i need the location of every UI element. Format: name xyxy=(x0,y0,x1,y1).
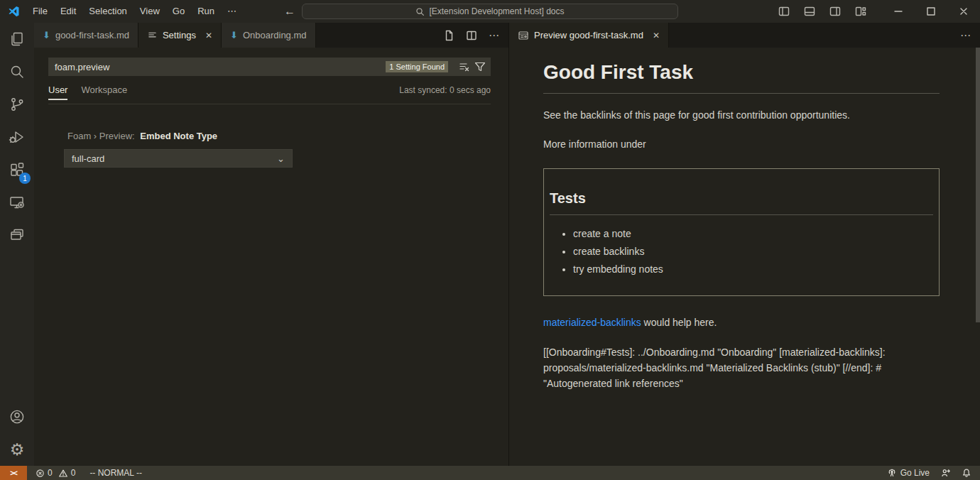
setting-label: Foam › Preview: Embed Note Type xyxy=(67,131,491,141)
scope-tab-user[interactable]: User xyxy=(48,76,67,104)
workbench: 1 xyxy=(0,23,980,466)
embed-note-type-select[interactable]: full-card ⌄ xyxy=(64,149,293,168)
extensions-badge: 1 xyxy=(19,173,31,184)
tab-label: Onboarding.md xyxy=(243,30,307,40)
close-tab-icon[interactable]: ✕ xyxy=(653,31,660,40)
go-live-button[interactable]: Go Live xyxy=(887,468,930,478)
tab-label: good-first-task.md xyxy=(55,30,129,40)
menu-selection[interactable]: Selection xyxy=(82,0,133,23)
link-suffix-text: would help here. xyxy=(641,317,717,328)
preview-scrollbar-thumb[interactable] xyxy=(976,48,980,322)
search-icon xyxy=(9,63,26,80)
layout-controls xyxy=(778,6,866,17)
last-synced-label: Last synced: 0 secs ago xyxy=(399,85,491,95)
warning-icon xyxy=(58,469,68,478)
link-references-text: [[Onboarding#Tests]: ../Onboarding.md "O… xyxy=(543,344,940,391)
manage-settings-button[interactable]: ⚙ xyxy=(0,433,34,466)
scope-tab-workspace[interactable]: Workspace xyxy=(81,76,127,104)
clear-settings-search-icon[interactable] xyxy=(459,61,470,72)
split-editor-icon[interactable] xyxy=(466,30,477,41)
list-item: create backlinks xyxy=(573,246,933,257)
account-icon xyxy=(9,408,26,425)
live-share-person-icon[interactable] xyxy=(940,468,951,478)
more-actions-icon[interactable]: ⋯ xyxy=(489,29,500,42)
toggle-secondary-sidebar-icon[interactable] xyxy=(829,6,841,17)
error-icon xyxy=(36,469,45,478)
toggle-primary-sidebar-icon[interactable] xyxy=(778,6,790,17)
setting-name: Embed Note Type xyxy=(140,131,217,141)
close-window-button[interactable] xyxy=(947,0,980,23)
settings-search-input[interactable]: foam.preview 1 Setting Found xyxy=(48,58,491,76)
open-settings-json-icon[interactable] xyxy=(443,30,454,41)
back-icon[interactable]: ← xyxy=(284,5,295,18)
remote-explorer-icon xyxy=(9,194,26,211)
tabbar-left: ⬇ good-first-task.md Settings ✕ ⬇ Onboar… xyxy=(34,23,508,48)
menu-run[interactable]: Run xyxy=(191,0,221,23)
remote-indicator[interactable]: >< xyxy=(0,466,27,480)
vscode-logo-icon xyxy=(7,5,20,18)
customize-layout-icon[interactable] xyxy=(855,6,866,17)
menu-edit[interactable]: Edit xyxy=(54,0,82,23)
window-controls xyxy=(778,0,980,23)
tab-settings[interactable]: Settings ✕ xyxy=(138,23,222,48)
list-item: create a note xyxy=(573,228,933,239)
tab-good-first-task[interactable]: ⬇ good-first-task.md xyxy=(34,23,138,48)
markdown-file-icon: ⬇ xyxy=(43,31,50,40)
menu-go[interactable]: Go xyxy=(166,0,191,23)
toggle-panel-icon[interactable] xyxy=(804,6,815,17)
tab-preview-good-first-task[interactable]: Preview good-first-task.md ✕ xyxy=(509,23,669,48)
titlebar: File Edit Selection View Go Run ⋯ ← → [E… xyxy=(0,0,980,23)
setting-item-embed-note-type: Foam › Preview: Embed Note Type full-car… xyxy=(48,131,491,168)
setting-category: Foam › Preview: xyxy=(67,131,135,141)
settings-list-icon xyxy=(147,30,158,40)
embedded-note-title: Tests xyxy=(550,190,933,207)
markdown-file-icon: ⬇ xyxy=(230,31,238,40)
menu-view[interactable]: View xyxy=(134,0,166,23)
status-bar-right: Go Live xyxy=(887,468,980,478)
settings-search-value: foam.preview xyxy=(55,62,386,72)
filter-icon[interactable] xyxy=(474,61,486,72)
vim-mode-indicator[interactable]: -- NORMAL -- xyxy=(89,468,142,478)
explorer-files-icon xyxy=(9,31,26,48)
chevron-down-icon: ⌄ xyxy=(277,153,285,164)
h2-divider xyxy=(550,214,933,215)
preview-title: Good First Task xyxy=(543,61,940,84)
notifications-bell-icon[interactable] xyxy=(962,468,971,478)
minimize-button[interactable] xyxy=(882,0,915,23)
settings-found-badge: 1 Setting Found xyxy=(386,61,448,72)
tab-onboarding[interactable]: ⬇ Onboarding.md xyxy=(222,23,316,48)
remote-icon: >< xyxy=(10,469,17,477)
warning-count: 0 xyxy=(71,468,76,478)
select-value: full-card xyxy=(72,153,104,164)
editor-group-left: ⬇ good-first-task.md Settings ✕ ⬇ Onboar… xyxy=(34,23,509,466)
activity-search[interactable] xyxy=(0,55,34,88)
tab-label: Settings xyxy=(163,30,196,40)
close-icon xyxy=(958,6,969,17)
more-actions-icon[interactable]: ⋯ xyxy=(960,29,971,42)
close-tab-icon[interactable]: ✕ xyxy=(205,31,212,40)
activity-explorer[interactable] xyxy=(0,23,34,55)
activity-source-control[interactable] xyxy=(0,88,34,121)
activity-remote-explorer[interactable] xyxy=(0,186,34,219)
menu-overflow-icon[interactable]: ⋯ xyxy=(221,0,243,23)
preview-paragraph: materialized-backlinks would help here. xyxy=(543,317,940,328)
menu-file[interactable]: File xyxy=(26,0,54,23)
activity-extensions[interactable]: 1 xyxy=(0,153,34,186)
editor-actions-right: ⋯ xyxy=(960,29,971,42)
tabbar-right: Preview good-first-task.md ✕ ⋯ xyxy=(509,23,980,48)
status-bar: >< 0 0 -- NORMAL -- Go Live xyxy=(0,466,980,480)
maximize-icon xyxy=(925,6,937,17)
maximize-button[interactable] xyxy=(915,0,947,23)
search-icon xyxy=(415,7,425,16)
activity-bar: 1 xyxy=(0,23,34,466)
materialized-backlinks-link[interactable]: materialized-backlinks xyxy=(543,317,641,328)
activity-run-debug[interactable] xyxy=(0,121,34,153)
markdown-preview: Good First Task See the backlinks of thi… xyxy=(509,48,980,466)
tab-label: Preview good-first-task.md xyxy=(534,30,643,40)
activity-windows-view[interactable] xyxy=(0,219,34,251)
accounts-button[interactable] xyxy=(0,400,34,433)
command-center-search[interactable]: [Extension Development Host] docs xyxy=(302,4,678,19)
h1-divider xyxy=(543,93,940,94)
minimize-icon xyxy=(893,6,904,17)
problems-status[interactable]: 0 0 xyxy=(36,468,78,478)
